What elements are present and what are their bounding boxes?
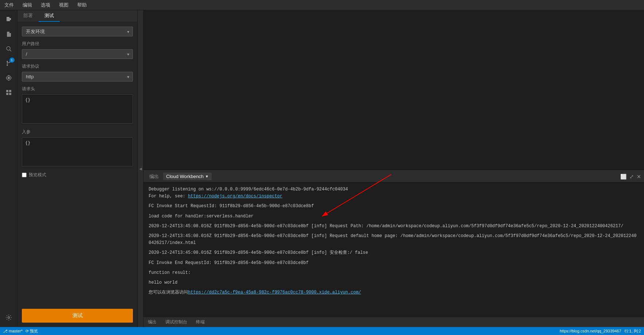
user-path-label: 用户路径 xyxy=(22,41,133,47)
log-line: For help, see: https://nodejs.org/en/doc… xyxy=(149,193,639,200)
log-function-result: function result: xyxy=(149,269,639,276)
headers-input[interactable]: {} xyxy=(22,94,133,123)
svg-point-9 xyxy=(7,64,8,66)
preview-mode-checkbox[interactable] xyxy=(22,173,27,177)
copy-icon[interactable]: ⬜ xyxy=(620,174,627,180)
protocol-select-wrapper: http https xyxy=(22,72,133,82)
bottom-tab-terminal[interactable]: 终端 xyxy=(195,318,206,326)
chevron-down-icon: ▼ xyxy=(205,174,209,178)
log-invoke-end: FC Invoke End RequestId: 911f8b29-d856-4… xyxy=(149,260,639,267)
user-path-select-wrapper: / /api xyxy=(22,49,133,59)
svg-point-6 xyxy=(7,47,10,50)
output-panel: 编出 Cloud Workbench ▼ ⬜ ⤢ ✕ Debugger list… xyxy=(144,170,644,327)
icon-sidebar: 1 xyxy=(0,10,17,327)
svg-rect-2 xyxy=(7,19,11,20)
svg-rect-20 xyxy=(6,93,8,95)
log-line: load code for handler:serverless.handler xyxy=(149,213,639,220)
svg-rect-5 xyxy=(8,35,10,35)
left-panel: 部署 测试 开发环境 测试环境 生产环境 用户路径 / xyxy=(17,10,138,327)
menu-options[interactable]: 选项 xyxy=(39,1,52,9)
editor-area[interactable] xyxy=(144,10,644,170)
output-panel-header: 编出 Cloud Workbench ▼ ⬜ ⤢ ✕ xyxy=(144,171,644,182)
svg-rect-4 xyxy=(8,34,10,34)
sidebar-extensions-icon[interactable] xyxy=(2,86,15,99)
user-path-section: 用户路径 / /api xyxy=(22,41,133,59)
menu-view[interactable]: 视图 xyxy=(58,1,70,9)
environment-select-wrapper: 开发环境 测试环境 生产环境 xyxy=(22,27,133,36)
bottom-tabs: 编出 调试控制台 终端 xyxy=(144,317,644,327)
tab-test[interactable]: 测试 xyxy=(39,10,60,22)
preview-mode-label: 预览模式 xyxy=(29,172,46,178)
environment-section: 开发环境 测试环境 生产环境 xyxy=(22,27,133,36)
user-path-select[interactable]: / /api xyxy=(22,49,133,59)
panel-tabs: 部署 测试 xyxy=(17,10,137,22)
log-hello-world: hello world xyxy=(149,279,639,286)
sidebar-search-icon[interactable] xyxy=(2,42,15,55)
headers-section: 请求头 {} xyxy=(22,86,133,125)
headers-label: 请求头 xyxy=(22,86,133,92)
sidebar-settings-icon[interactable] xyxy=(2,311,15,324)
bottom-tab-debug-console[interactable]: 调试控制台 xyxy=(164,318,189,326)
svg-line-7 xyxy=(10,50,11,51)
test-button[interactable]: 测试 xyxy=(22,309,133,323)
status-position: 行:1, 列:2 xyxy=(624,328,641,334)
expand-icon[interactable]: ⤢ xyxy=(629,174,634,180)
svg-point-22 xyxy=(8,317,9,319)
browser-url-link[interactable]: https://dd2c7a5c-f9ea-45a8-982c-f9976ac0… xyxy=(188,290,361,295)
log-line: Debugger listening on ws://0.0.0.0:9999/… xyxy=(149,186,639,193)
collapse-panel-button[interactable]: ◀ xyxy=(138,10,144,327)
svg-point-8 xyxy=(7,61,8,62)
svg-rect-1 xyxy=(7,18,11,19)
log-security-check: 2020-12-24T13:45:08.016Z 911f8b29-d856-4… xyxy=(149,249,639,256)
params-label: 入参 xyxy=(22,129,133,135)
output-content: Debugger listening on ws://0.0.0.0:9999/… xyxy=(144,182,644,317)
sidebar-debug-icon[interactable] xyxy=(2,71,15,84)
sidebar-bottom-icons xyxy=(2,311,15,327)
tab-deploy[interactable]: 部署 xyxy=(17,10,39,22)
menu-help[interactable]: 帮助 xyxy=(76,1,88,9)
menu-edit[interactable]: 编辑 xyxy=(21,1,34,9)
params-section: 入参 {} xyxy=(22,129,133,168)
output-tab-cloudworkbench[interactable]: Cloud Workbench ▼ xyxy=(163,173,212,180)
close-icon[interactable]: ✕ xyxy=(637,174,641,180)
log-default-page: 2020-12-24T13:45:08.016Z 911f8b29-d856-4… xyxy=(149,233,639,247)
protocol-select[interactable]: http https xyxy=(22,72,133,82)
svg-rect-21 xyxy=(9,93,11,95)
preview-mode-row: 预览模式 xyxy=(22,172,133,178)
log-line: FC Invoke Start RequestId: 911f8b29-d856… xyxy=(149,203,639,210)
inspector-link[interactable]: https://nodejs.org/en/docs/inspector xyxy=(188,194,282,199)
status-url[interactable]: https://blog.csdn.net/qq_29339467 xyxy=(560,329,621,333)
chevron-left-icon: ◀ xyxy=(139,167,142,171)
log-browser-url: 您可以在浏览器访问https://dd2c7a5c-f9ea-45a8-982c… xyxy=(149,289,639,296)
status-preview[interactable]: ⟳ 预览 xyxy=(25,328,38,334)
menu-bar: 文件 编辑 选项 视图 帮助 xyxy=(0,0,644,10)
output-tab-output[interactable]: 编出 xyxy=(146,172,162,181)
svg-rect-0 xyxy=(7,17,9,18)
svg-rect-3 xyxy=(7,20,10,21)
svg-point-13 xyxy=(8,77,9,79)
main-layout: 1 xyxy=(0,10,644,327)
right-panel: 编出 Cloud Workbench ▼ ⬜ ⤢ ✕ Debugger list… xyxy=(144,10,644,327)
status-left: ⎇ master* ⟳ 预览 xyxy=(3,328,38,334)
bottom-tab-output[interactable]: 编出 xyxy=(146,318,158,326)
source-control-badge: 1 xyxy=(9,58,15,63)
output-header-actions: ⬜ ⤢ ✕ xyxy=(620,174,641,180)
environment-select[interactable]: 开发环境 测试环境 生产环境 xyxy=(22,27,133,36)
svg-rect-19 xyxy=(9,90,11,92)
sidebar-files-icon[interactable] xyxy=(2,13,15,26)
status-right: https://blog.csdn.net/qq_29339467 行:1, 列… xyxy=(560,328,641,334)
log-request-path: 2020-12-24T13:45:08.016Z 911f8b29-d856-4… xyxy=(149,223,639,230)
status-bar: ⎇ master* ⟳ 预览 https://blog.csdn.net/qq_… xyxy=(0,327,644,335)
sidebar-source-control-icon[interactable]: 1 xyxy=(2,57,15,70)
protocol-label: 请求协议 xyxy=(22,63,133,70)
status-branch[interactable]: ⎇ master* xyxy=(3,329,23,334)
panel-content: 开发环境 测试环境 生产环境 用户路径 / /api 请求协议 xyxy=(17,22,137,327)
svg-rect-18 xyxy=(6,90,8,92)
sidebar-document-icon[interactable] xyxy=(2,28,15,41)
menu-file[interactable]: 文件 xyxy=(3,1,15,9)
protocol-section: 请求协议 http https xyxy=(22,63,133,82)
params-input[interactable]: {} xyxy=(22,137,133,166)
cloud-workbench-label: Cloud Workbench xyxy=(166,174,204,179)
